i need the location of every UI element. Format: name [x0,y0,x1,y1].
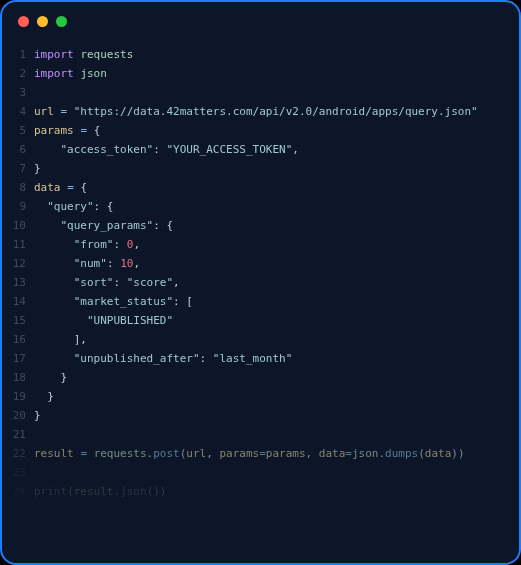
code-line: 11 "from": 0, [10,235,519,254]
line-number: 18 [10,368,34,387]
code-line: 20} [10,406,519,425]
line-content: params = { [34,121,100,140]
code-line: 12 "num": 10, [10,254,519,273]
line-number: 17 [10,349,34,368]
code-line: 19 } [10,387,519,406]
code-line: 18 } [10,368,519,387]
code-line: 10 "query_params": { [10,216,519,235]
code-line: 3 [10,83,519,102]
line-number: 4 [10,102,34,121]
line-content: "query": { [34,197,113,216]
code-window: 1import requests2import json34url = "htt… [0,0,521,565]
line-content: } [34,368,67,387]
line-content: "query_params": { [34,216,173,235]
code-line: 7} [10,159,519,178]
line-content: "sort": "score", [34,273,180,292]
line-number: 15 [10,311,34,330]
code-line: 22result = requests.post(url, params=par… [10,444,519,463]
line-content: "market_status": [ [34,292,193,311]
line-number: 20 [10,406,34,425]
code-line: 1import requests [10,45,519,64]
line-number: 12 [10,254,34,273]
code-line: 6 "access_token": "YOUR_ACCESS_TOKEN", [10,140,519,159]
line-number: 14 [10,292,34,311]
line-content: "UNPUBLISHED" [34,311,173,330]
line-content: ], [34,330,87,349]
code-line: 4url = "https://data.42matters.com/api/v… [10,102,519,121]
line-number: 1 [10,45,34,64]
line-content: } [34,406,41,425]
code-line: 24print(result.json()) [10,482,519,501]
line-content: import json [34,64,107,83]
line-content: url = "https://data.42matters.com/api/v2… [34,102,478,121]
line-content: } [34,159,41,178]
code-line: 23 [10,463,519,482]
code-line: 14 "market_status": [ [10,292,519,311]
code-line: 15 "UNPUBLISHED" [10,311,519,330]
code-line: 2import json [10,64,519,83]
line-number: 19 [10,387,34,406]
window-titlebar [2,16,519,45]
code-line: 9 "query": { [10,197,519,216]
line-content: "from": 0, [34,235,140,254]
line-content: data = { [34,178,87,197]
line-number: 16 [10,330,34,349]
line-content: } [34,387,54,406]
line-content: "access_token": "YOUR_ACCESS_TOKEN", [34,140,299,159]
line-content: "unpublished_after": "last_month" [34,349,292,368]
minimize-icon[interactable] [37,16,48,27]
line-number: 22 [10,444,34,463]
close-icon[interactable] [18,16,29,27]
line-content: "num": 10, [34,254,140,273]
line-number: 2 [10,64,34,83]
line-number: 11 [10,235,34,254]
line-number: 21 [10,425,34,444]
code-editor[interactable]: 1import requests2import json34url = "htt… [2,45,519,501]
code-line: 8data = { [10,178,519,197]
line-number: 24 [10,482,34,501]
line-number: 6 [10,140,34,159]
line-number: 7 [10,159,34,178]
maximize-icon[interactable] [56,16,67,27]
line-content: result = requests.post(url, params=param… [34,444,465,463]
line-content: print(result.json()) [34,482,167,501]
line-number: 13 [10,273,34,292]
line-content: import requests [34,45,133,64]
line-number: 8 [10,178,34,197]
line-number: 10 [10,216,34,235]
code-line: 13 "sort": "score", [10,273,519,292]
code-line: 17 "unpublished_after": "last_month" [10,349,519,368]
line-number: 23 [10,463,34,482]
code-line: 21 [10,425,519,444]
code-line: 16 ], [10,330,519,349]
code-line: 5params = { [10,121,519,140]
line-number: 9 [10,197,34,216]
line-number: 3 [10,83,34,102]
line-number: 5 [10,121,34,140]
